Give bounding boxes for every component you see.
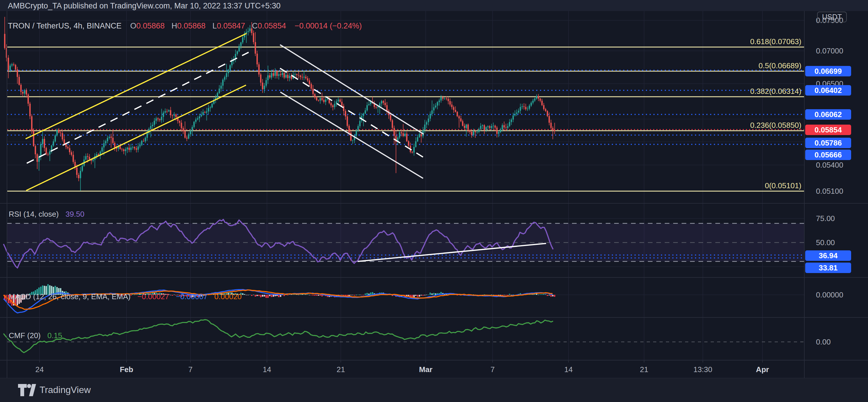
macd-histogram-bar [275, 295, 276, 296]
macd-histogram-bar [532, 295, 534, 295]
candle-body [271, 73, 273, 77]
candle-body [35, 146, 36, 154]
candle-body [7, 58, 9, 70]
macd-histogram-bar [433, 293, 435, 295]
candle-body [296, 74, 298, 75]
rsi-value: 39.50 [65, 210, 84, 219]
tradingview-logo-icon[interactable] [18, 383, 37, 397]
candle-body [323, 100, 324, 102]
fib-level-label: 0.382(0.06314) [750, 87, 801, 96]
candle-body [521, 106, 523, 107]
candle-body [415, 141, 417, 147]
macd-histogram-bar [354, 295, 355, 295]
macd-histogram-bar [255, 295, 256, 297]
macd-histogram-bar [283, 295, 285, 296]
candle-body [134, 147, 135, 148]
time-scale-label: 24 [35, 365, 44, 374]
candle-body [289, 76, 290, 78]
macd-histogram-bar [302, 294, 303, 295]
candle-body [123, 149, 124, 151]
candle-body [480, 126, 482, 129]
tradingview-brand-text[interactable]: TradingView [39, 378, 91, 401]
candle-body [147, 133, 148, 138]
candle-body [347, 116, 348, 126]
candle-body [309, 80, 310, 84]
macd-histogram-bar [435, 293, 436, 295]
candle-body [345, 111, 346, 116]
candle-body [206, 111, 207, 113]
candle-body [237, 52, 238, 54]
candle-body [527, 109, 528, 109]
candle-body [200, 115, 202, 116]
candle-body [547, 111, 548, 116]
time-scale-label: 21 [640, 365, 648, 374]
candle-body [437, 102, 438, 105]
candle-body [157, 119, 159, 120]
candle-body [280, 74, 281, 75]
time-scale-label: Mar [419, 365, 432, 374]
candle-body [421, 134, 422, 136]
candle-body [190, 131, 191, 134]
candle-body [132, 147, 133, 147]
macd-histogram-bar [341, 295, 343, 295]
candle-body [417, 137, 418, 141]
candle-body [224, 77, 225, 79]
descending-channel-midline [280, 68, 423, 157]
candle-body [62, 133, 63, 139]
macd-histogram-bar [276, 295, 278, 296]
candle-body [262, 82, 264, 89]
candle-body [120, 146, 121, 149]
candle-body [539, 98, 541, 100]
price-scale-label: 0.05100 [816, 187, 843, 196]
candle-body [256, 54, 258, 65]
macd-histogram-bar [503, 295, 505, 295]
candle-body [156, 119, 157, 121]
candle-body [485, 127, 487, 130]
tradingview-published-chart: 0.075000.070000.065000.054000.0510075.00… [0, 0, 868, 402]
rsi-label[interactable]: RSI (14, close) [9, 210, 59, 219]
candle-body [460, 119, 462, 122]
descending-channel-line [280, 45, 424, 134]
macd-histogram-bar [316, 295, 317, 296]
candle-body [507, 126, 508, 128]
candle-body [530, 103, 532, 106]
candle-body [316, 98, 317, 100]
candle-body [163, 112, 164, 117]
footer-bar: TradingView [0, 378, 868, 402]
candle-body [536, 96, 537, 98]
symbol-title[interactable]: TRON / TetherUS, 4h, BINANCE [8, 22, 122, 30]
close-label: C [252, 22, 258, 30]
chart-canvas[interactable]: 0.075000.070000.065000.054000.0510075.00… [0, 0, 868, 402]
macd-histogram-bar [413, 295, 415, 297]
macd-histogram-bar [319, 295, 321, 296]
macd-histogram-bar [551, 295, 552, 297]
candle-body [458, 116, 460, 119]
candle-body [384, 103, 386, 105]
cmf-label[interactable]: CMF (20) [9, 331, 41, 340]
candle-body [45, 148, 47, 154]
macd-histogram-bar [510, 295, 512, 295]
candle-body [365, 110, 366, 113]
macd-label[interactable]: MACD (12, 26, close, 9, EMA, EMA) [9, 292, 130, 301]
macd-histogram-bar [363, 295, 364, 295]
candle-body [505, 128, 507, 128]
candle-body [220, 86, 222, 89]
candle-body [338, 100, 339, 102]
currency-toggle-button[interactable]: USDT [817, 12, 847, 22]
candle-body [330, 103, 332, 105]
candle-body [228, 70, 229, 73]
candle-body [141, 141, 143, 145]
macd-histogram-bar [264, 295, 265, 297]
candle-body [332, 105, 334, 107]
candle-body [302, 77, 303, 77]
macd-histogram-bar [345, 295, 346, 296]
candle-body [513, 115, 514, 120]
candle-body [300, 75, 301, 77]
candle-body [22, 92, 24, 94]
macd-histogram-bar [287, 295, 288, 295]
candle-body [534, 98, 536, 100]
macd-histogram-bar [365, 294, 366, 295]
candle-body [170, 110, 171, 115]
candle-body [401, 132, 402, 133]
descending-channel-line [280, 92, 423, 178]
